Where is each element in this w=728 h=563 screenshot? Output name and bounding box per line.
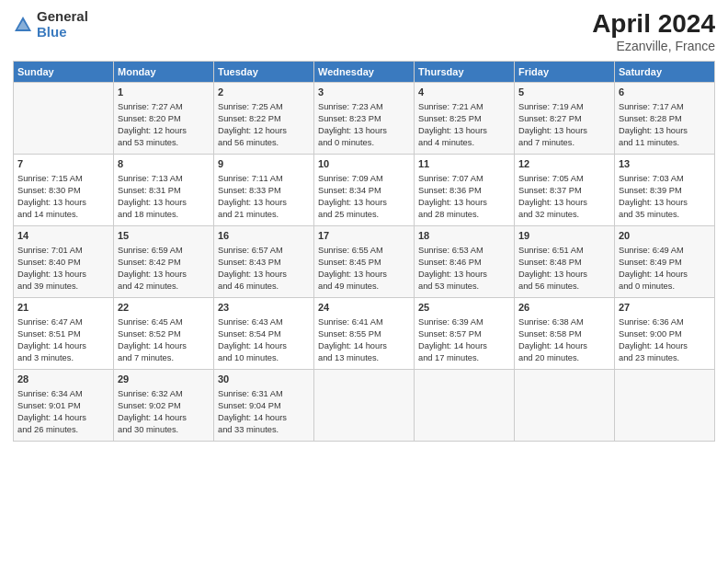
day-cell: 6Sunrise: 7:17 AM Sunset: 8:28 PM Daylig… (615, 83, 715, 155)
day-number: 11 (418, 157, 510, 171)
day-number: 19 (518, 229, 610, 243)
day-info: Sunrise: 7:09 AM Sunset: 8:34 PM Dayligh… (318, 173, 410, 221)
day-number: 8 (118, 157, 210, 171)
day-info: Sunrise: 6:53 AM Sunset: 8:46 PM Dayligh… (418, 245, 510, 293)
col-wednesday: Wednesday (314, 62, 415, 83)
day-cell: 17Sunrise: 6:55 AM Sunset: 8:45 PM Dayli… (314, 226, 415, 298)
logo-icon (13, 15, 33, 35)
day-number: 28 (17, 373, 109, 386)
day-info: Sunrise: 6:32 AM Sunset: 9:02 PM Dayligh… (118, 388, 210, 436)
calendar-table: Sunday Monday Tuesday Wednesday Thursday… (13, 61, 715, 442)
col-saturday: Saturday (615, 62, 715, 83)
day-info: Sunrise: 6:34 AM Sunset: 9:01 PM Dayligh… (17, 388, 109, 436)
day-cell: 14Sunrise: 7:01 AM Sunset: 8:40 PM Dayli… (14, 226, 114, 298)
day-info: Sunrise: 7:01 AM Sunset: 8:40 PM Dayligh… (17, 245, 109, 293)
day-cell: 18Sunrise: 6:53 AM Sunset: 8:46 PM Dayli… (415, 226, 515, 298)
day-info: Sunrise: 7:17 AM Sunset: 8:28 PM Dayligh… (619, 101, 711, 149)
week-row-5: 28Sunrise: 6:34 AM Sunset: 9:01 PM Dayli… (14, 370, 715, 442)
day-number: 26 (518, 301, 610, 315)
day-number: 2 (218, 86, 310, 99)
day-cell: 22Sunrise: 6:45 AM Sunset: 8:52 PM Dayli… (114, 298, 214, 370)
day-number: 9 (218, 157, 310, 171)
day-number: 25 (418, 301, 510, 315)
col-sunday: Sunday (14, 62, 114, 83)
day-cell: 24Sunrise: 6:41 AM Sunset: 8:55 PM Dayli… (314, 298, 415, 370)
day-cell: 19Sunrise: 6:51 AM Sunset: 8:48 PM Dayli… (515, 226, 615, 298)
day-cell (14, 83, 114, 155)
day-number: 4 (418, 86, 510, 99)
day-number: 23 (218, 301, 310, 315)
day-cell (515, 370, 615, 442)
day-cell: 1Sunrise: 7:27 AM Sunset: 8:20 PM Daylig… (114, 83, 214, 155)
day-cell: 25Sunrise: 6:39 AM Sunset: 8:57 PM Dayli… (415, 298, 515, 370)
day-info: Sunrise: 6:36 AM Sunset: 9:00 PM Dayligh… (619, 316, 711, 364)
day-cell: 3Sunrise: 7:23 AM Sunset: 8:23 PM Daylig… (314, 83, 415, 155)
logo-text: General Blue (37, 9, 88, 40)
day-cell: 4Sunrise: 7:21 AM Sunset: 8:25 PM Daylig… (415, 83, 515, 155)
col-thursday: Thursday (415, 62, 515, 83)
day-info: Sunrise: 6:57 AM Sunset: 8:43 PM Dayligh… (218, 245, 310, 293)
day-info: Sunrise: 6:39 AM Sunset: 8:57 PM Dayligh… (418, 316, 510, 364)
day-number: 5 (518, 86, 610, 99)
day-cell: 8Sunrise: 7:13 AM Sunset: 8:31 PM Daylig… (114, 155, 214, 226)
day-info: Sunrise: 7:07 AM Sunset: 8:36 PM Dayligh… (418, 173, 510, 221)
day-number: 20 (619, 229, 711, 243)
day-cell: 11Sunrise: 7:07 AM Sunset: 8:36 PM Dayli… (415, 155, 515, 226)
day-info: Sunrise: 6:43 AM Sunset: 8:54 PM Dayligh… (218, 316, 310, 364)
day-info: Sunrise: 7:05 AM Sunset: 8:37 PM Dayligh… (518, 173, 610, 221)
day-info: Sunrise: 7:13 AM Sunset: 8:31 PM Dayligh… (118, 173, 210, 221)
day-info: Sunrise: 7:27 AM Sunset: 8:20 PM Dayligh… (118, 101, 210, 149)
col-tuesday: Tuesday (214, 62, 314, 83)
header-row: Sunday Monday Tuesday Wednesday Thursday… (14, 62, 715, 83)
day-cell (415, 370, 515, 442)
logo-general: General (37, 9, 88, 25)
day-number: 16 (218, 229, 310, 243)
day-info: Sunrise: 6:51 AM Sunset: 8:48 PM Dayligh… (518, 245, 610, 293)
week-row-2: 7Sunrise: 7:15 AM Sunset: 8:30 PM Daylig… (14, 155, 715, 226)
day-number: 6 (619, 86, 711, 99)
day-number: 7 (17, 157, 109, 171)
day-number: 17 (318, 229, 410, 243)
day-cell: 27Sunrise: 6:36 AM Sunset: 9:00 PM Dayli… (615, 298, 715, 370)
logo: General Blue (13, 9, 88, 40)
day-number: 29 (118, 373, 210, 386)
day-info: Sunrise: 6:31 AM Sunset: 9:04 PM Dayligh… (218, 388, 310, 436)
week-row-4: 21Sunrise: 6:47 AM Sunset: 8:51 PM Dayli… (14, 298, 715, 370)
week-row-1: 1Sunrise: 7:27 AM Sunset: 8:20 PM Daylig… (14, 83, 715, 155)
day-number: 15 (118, 229, 210, 243)
day-info: Sunrise: 6:59 AM Sunset: 8:42 PM Dayligh… (118, 245, 210, 293)
day-cell: 26Sunrise: 6:38 AM Sunset: 8:58 PM Dayli… (515, 298, 615, 370)
day-number: 30 (218, 373, 310, 386)
day-info: Sunrise: 7:21 AM Sunset: 8:25 PM Dayligh… (418, 101, 510, 149)
day-cell (314, 370, 415, 442)
day-info: Sunrise: 7:11 AM Sunset: 8:33 PM Dayligh… (218, 173, 310, 221)
day-info: Sunrise: 6:47 AM Sunset: 8:51 PM Dayligh… (17, 316, 109, 364)
day-info: Sunrise: 6:45 AM Sunset: 8:52 PM Dayligh… (118, 316, 210, 364)
day-cell: 21Sunrise: 6:47 AM Sunset: 8:51 PM Dayli… (14, 298, 114, 370)
day-number: 14 (17, 229, 109, 243)
day-number: 21 (17, 301, 109, 315)
day-number: 12 (518, 157, 610, 171)
day-cell: 2Sunrise: 7:25 AM Sunset: 8:22 PM Daylig… (214, 83, 314, 155)
title-month: April 2024 (592, 9, 715, 39)
day-number: 22 (118, 301, 210, 315)
week-row-3: 14Sunrise: 7:01 AM Sunset: 8:40 PM Dayli… (14, 226, 715, 298)
title-location: Ezanville, France (592, 39, 715, 53)
day-cell: 10Sunrise: 7:09 AM Sunset: 8:34 PM Dayli… (314, 155, 415, 226)
day-cell: 28Sunrise: 6:34 AM Sunset: 9:01 PM Dayli… (14, 370, 114, 442)
day-cell: 5Sunrise: 7:19 AM Sunset: 8:27 PM Daylig… (515, 83, 615, 155)
col-monday: Monday (114, 62, 214, 83)
day-cell: 13Sunrise: 7:03 AM Sunset: 8:39 PM Dayli… (615, 155, 715, 226)
day-info: Sunrise: 7:19 AM Sunset: 8:27 PM Dayligh… (518, 101, 610, 149)
day-number: 24 (318, 301, 410, 315)
page: General Blue April 2024 Ezanville, Franc… (0, 0, 728, 563)
day-number: 3 (318, 86, 410, 99)
day-cell: 29Sunrise: 6:32 AM Sunset: 9:02 PM Dayli… (114, 370, 214, 442)
col-friday: Friday (515, 62, 615, 83)
day-cell: 20Sunrise: 6:49 AM Sunset: 8:49 PM Dayli… (615, 226, 715, 298)
day-number: 18 (418, 229, 510, 243)
day-info: Sunrise: 7:03 AM Sunset: 8:39 PM Dayligh… (619, 173, 711, 221)
day-cell: 16Sunrise: 6:57 AM Sunset: 8:43 PM Dayli… (214, 226, 314, 298)
header: General Blue April 2024 Ezanville, Franc… (13, 9, 715, 53)
logo-blue: Blue (37, 25, 88, 40)
